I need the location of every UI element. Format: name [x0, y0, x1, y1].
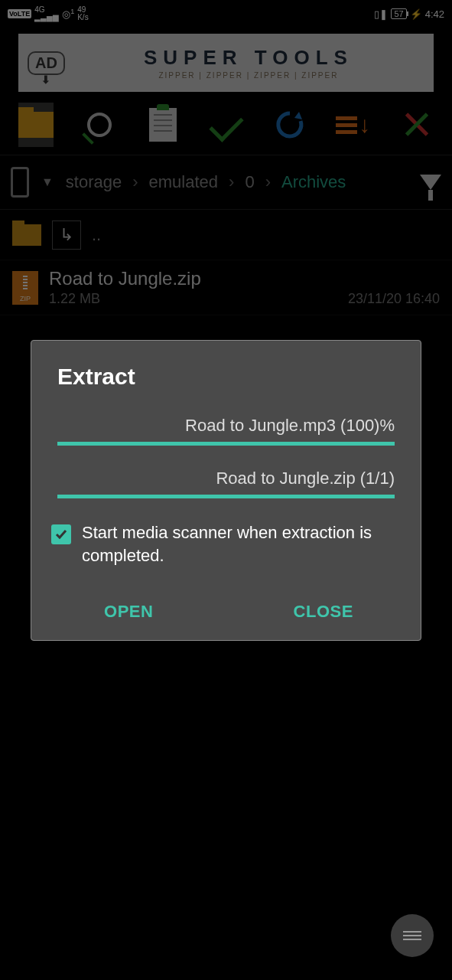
menu-fab[interactable]: [391, 914, 434, 957]
open-button[interactable]: OPEN: [31, 588, 226, 640]
close-button[interactable]: CLOSE: [226, 588, 421, 640]
progress-file-bar: [57, 442, 395, 446]
dialog-title: Extract: [31, 364, 421, 416]
media-scanner-label: Start media scanner when extraction is c…: [82, 521, 401, 567]
progress-file-label: Road to Jungle.mp3 (100)%: [57, 416, 395, 436]
progress-archive-bar: [57, 495, 395, 498]
extract-dialog: Extract Road to Jungle.mp3 (100)% Road t…: [31, 340, 421, 641]
progress-archive-label: Road to Jungle.zip (1/1): [57, 469, 395, 488]
media-scanner-checkbox[interactable]: [51, 524, 71, 544]
menu-icon: [403, 929, 421, 942]
